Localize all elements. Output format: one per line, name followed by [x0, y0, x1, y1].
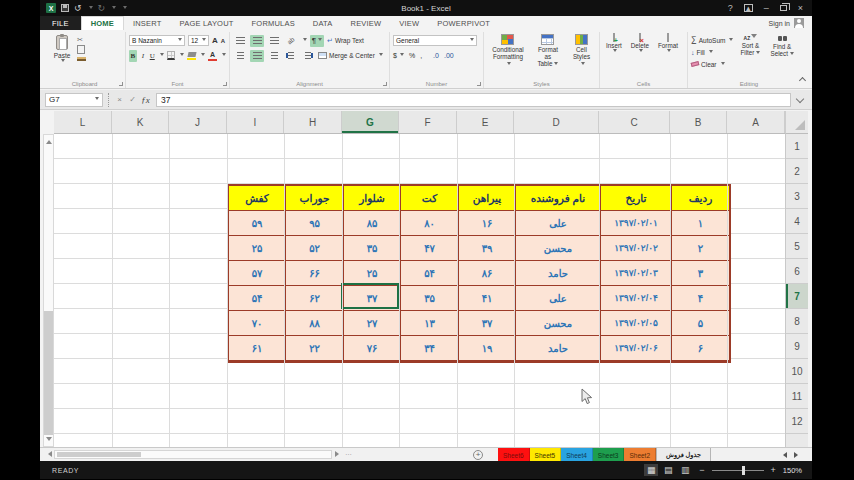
formula-input[interactable]: 37	[156, 93, 791, 107]
table-cell[interactable]: ۶	[672, 336, 729, 361]
column-header-I[interactable]: I	[227, 111, 284, 133]
column-header-A[interactable]: A	[727, 111, 785, 133]
find-select-button[interactable]: Find & Select	[767, 33, 797, 77]
alignment-dialog-launcher[interactable]	[383, 82, 387, 86]
row-header-6[interactable]: 6	[786, 259, 808, 284]
increase-decimal-icon[interactable]: .0	[433, 52, 439, 59]
fill-button[interactable]: ↓ Fill	[691, 47, 733, 57]
currency-format-icon[interactable]: $	[393, 52, 397, 59]
borders-icon[interactable]	[167, 51, 175, 60]
table-cell[interactable]: ۸۰	[401, 211, 459, 236]
table-cell[interactable]: ۷۶	[344, 336, 401, 361]
row-header-5[interactable]: 5	[786, 234, 808, 259]
decrease-indent-icon[interactable]	[284, 50, 298, 62]
format-as-table-button[interactable]: Format as Table	[531, 33, 565, 77]
table-cell[interactable]: ۳۵	[344, 236, 401, 261]
restore-icon[interactable]	[780, 5, 787, 11]
help-icon[interactable]: ?	[728, 4, 733, 13]
tab-insert[interactable]: INSERT	[124, 16, 171, 30]
clear-button[interactable]: Clear	[691, 59, 733, 69]
table-header-cell[interactable]: نام فروشنده	[516, 186, 601, 211]
table-cell[interactable]: ۳۷	[459, 311, 516, 336]
table-cell[interactable]: ۴۱	[459, 286, 516, 311]
font-name-select[interactable]: B Nazanin	[129, 35, 185, 46]
copy-icon[interactable]	[79, 47, 85, 54]
column-header-L[interactable]: L	[54, 111, 112, 133]
merge-center-button[interactable]: Merge & Center	[318, 48, 383, 63]
shrink-font-icon[interactable]: A	[221, 38, 225, 44]
sort-filter-button[interactable]: AZ Sort & Filter	[737, 33, 763, 77]
table-cell[interactable]: ۳۹	[459, 236, 516, 261]
table-cell[interactable]: ۲۷	[344, 311, 401, 336]
horizontal-scrollbar[interactable]	[54, 450, 332, 459]
rtl-direction-icon[interactable]: ¶	[310, 35, 324, 47]
column-header-C[interactable]: C	[599, 111, 670, 133]
tab-formulas[interactable]: FORMULAS	[243, 16, 304, 30]
tab-split-handle[interactable]: …	[345, 449, 353, 456]
sheet-tab-جدول-فروش[interactable]: جدول فروش	[656, 448, 711, 462]
sheet-nav-left-icon[interactable]	[780, 452, 787, 458]
table-cell[interactable]: ۸۶	[459, 261, 516, 286]
table-cell[interactable]: ۵	[672, 311, 729, 336]
select-all-corner[interactable]	[785, 111, 808, 134]
bottom-align-icon[interactable]	[267, 35, 281, 47]
table-header-cell[interactable]: جوراب	[286, 186, 344, 211]
page-break-view-icon[interactable]: ▥	[678, 464, 692, 476]
zoom-slider[interactable]	[712, 470, 764, 471]
table-cell[interactable]: ۱۳۹۷/۰۲/۰۵	[601, 311, 672, 336]
table-cell[interactable]: ۳۵	[401, 286, 459, 311]
sheet-tab-Sheet5[interactable]: Sheet5	[530, 448, 562, 462]
column-header-J[interactable]: J	[169, 111, 227, 133]
table-cell[interactable]: ۱۹	[459, 336, 516, 361]
row-header-10[interactable]: 10	[786, 359, 808, 384]
format-painter-icon[interactable]	[77, 57, 86, 61]
table-cell[interactable]: ۵۹	[229, 211, 286, 236]
table-cell[interactable]: علی	[516, 286, 601, 311]
tab-view[interactable]: VIEW	[390, 16, 428, 30]
table-cell[interactable]: ۱۶	[459, 211, 516, 236]
bold-button[interactable]: B	[129, 50, 137, 62]
italic-button[interactable]: I	[140, 50, 146, 62]
hscroll-right-icon[interactable]	[335, 451, 342, 457]
table-cell[interactable]: ۱۳۹۷/۰۲/۰۲	[601, 236, 672, 261]
hscroll-left-icon[interactable]	[45, 451, 52, 457]
formula-bar-separator[interactable]	[105, 93, 109, 107]
tab-home[interactable]: HOME	[81, 16, 124, 30]
top-align-icon[interactable]	[233, 35, 247, 47]
name-box[interactable]: G7	[45, 93, 103, 107]
table-cell[interactable]: ۲	[672, 236, 729, 261]
row-header-8[interactable]: 8	[786, 309, 808, 334]
row-header-3[interactable]: 3	[786, 184, 808, 209]
cut-icon[interactable]: ✂	[77, 36, 87, 44]
ribbon-display-options-icon[interactable]: ▴	[744, 4, 753, 12]
table-cell[interactable]: ۱۳۹۷/۰۲/۰۳	[601, 261, 672, 286]
number-dialog-launcher[interactable]	[477, 82, 481, 86]
row-header-12[interactable]: 12	[786, 409, 808, 434]
scroll-down-icon[interactable]	[46, 437, 52, 444]
table-cell[interactable]: ۵۲	[286, 236, 344, 261]
enter-icon[interactable]: ✓	[126, 93, 139, 107]
table-cell[interactable]: ۱	[672, 211, 729, 236]
signin-area[interactable]: Sign in	[769, 16, 812, 30]
table-cell[interactable]: ۱۳۹۷/۰۲/۰۶	[601, 336, 672, 361]
fill-color-icon[interactable]	[187, 52, 196, 60]
table-header-cell[interactable]: پیراهن	[459, 186, 516, 211]
table-header-cell[interactable]: تاریخ	[601, 186, 672, 211]
vertical-scrollbar[interactable]	[43, 134, 54, 447]
column-header-B[interactable]: B	[670, 111, 727, 133]
table-cell[interactable]: علی	[516, 211, 601, 236]
row-header-7[interactable]: 7	[786, 284, 808, 309]
scroll-up-icon[interactable]	[46, 137, 52, 144]
expand-formula-bar-icon[interactable]	[796, 94, 804, 102]
insert-function-icon[interactable]: ƒx	[139, 93, 152, 107]
column-header-E[interactable]: E	[457, 111, 514, 133]
align-right-icon[interactable]	[267, 50, 281, 62]
table-cell[interactable]: ۷۰	[229, 311, 286, 336]
underline-button[interactable]: U	[149, 50, 155, 62]
tab-review[interactable]: REVIEW	[342, 16, 391, 30]
font-dialog-launcher[interactable]	[223, 82, 227, 86]
table-cell[interactable]: ۵۴	[401, 261, 459, 286]
row-header-2[interactable]: 2	[786, 159, 808, 184]
page-layout-view-icon[interactable]: ▤	[661, 464, 675, 476]
table-cell[interactable]: ۸۸	[286, 311, 344, 336]
